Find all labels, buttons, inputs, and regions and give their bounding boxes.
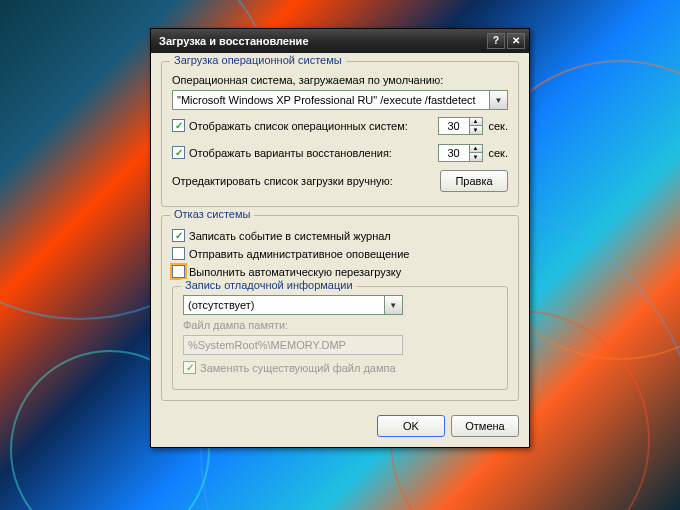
auto-restart-checkbox[interactable]	[172, 265, 185, 278]
spinner-up-icon[interactable]: ▲	[470, 144, 483, 153]
dump-file-input	[183, 335, 403, 355]
failure-legend: Отказ системы	[170, 208, 254, 220]
os-list-seconds-input[interactable]	[438, 117, 470, 135]
edit-boot-label: Отредактировать список загрузки вручную:	[172, 175, 393, 187]
dump-file-label: Файл дампа памяти:	[183, 319, 497, 331]
help-button[interactable]: ?	[487, 33, 505, 49]
dropdown-arrow-icon[interactable]: ▼	[490, 90, 508, 110]
startup-group: Загрузка операционной системы Операционн…	[161, 61, 519, 207]
window-title: Загрузка и восстановление	[159, 35, 485, 47]
show-os-list-label: Отображать список операционных систем:	[189, 120, 408, 132]
default-os-combo[interactable]: ▼	[172, 90, 508, 110]
write-event-checkbox[interactable]	[172, 229, 185, 242]
show-recovery-checkbox[interactable]	[172, 146, 185, 159]
overwrite-dump-checkbox	[183, 361, 196, 374]
cancel-button[interactable]: Отмена	[451, 415, 519, 437]
recovery-seconds-input[interactable]	[438, 144, 470, 162]
admin-alert-checkbox[interactable]	[172, 247, 185, 260]
default-os-value[interactable]	[172, 90, 490, 110]
admin-alert-label: Отправить административное оповещение	[189, 248, 409, 260]
debug-type-value[interactable]	[183, 295, 385, 315]
os-list-seconds-spinner[interactable]: ▲ ▼	[438, 117, 483, 135]
dialog-footer: OK Отмена	[161, 409, 519, 437]
titlebar[interactable]: Загрузка и восстановление ? ✕	[151, 29, 529, 53]
dialog-body: Загрузка операционной системы Операционн…	[151, 53, 529, 447]
failure-group: Отказ системы Записать событие в системн…	[161, 215, 519, 401]
seconds-unit-2: сек.	[489, 147, 509, 159]
overwrite-dump-label: Заменять существующий файл дампа	[200, 362, 396, 374]
debug-legend: Запись отладочной информации	[181, 279, 357, 291]
spinner-up-icon[interactable]: ▲	[470, 117, 483, 126]
ok-button[interactable]: OK	[377, 415, 445, 437]
spinner-down-icon[interactable]: ▼	[470, 152, 483, 162]
debug-type-combo[interactable]: ▼	[183, 295, 403, 315]
recovery-seconds-spinner[interactable]: ▲ ▼	[438, 144, 483, 162]
default-os-label: Операционная система, загружаемая по умо…	[172, 74, 508, 86]
edit-boot-button[interactable]: Правка	[440, 170, 508, 192]
debug-group: Запись отладочной информации ▼ Файл дамп…	[172, 286, 508, 390]
show-os-list-checkbox[interactable]	[172, 119, 185, 132]
write-event-label: Записать событие в системный журнал	[189, 230, 391, 242]
seconds-unit-1: сек.	[489, 120, 509, 132]
startup-recovery-dialog: Загрузка и восстановление ? ✕ Загрузка о…	[150, 28, 530, 448]
show-recovery-label: Отображать варианты восстановления:	[189, 147, 392, 159]
spinner-down-icon[interactable]: ▼	[470, 125, 483, 135]
auto-restart-label: Выполнить автоматическую перезагрузку	[189, 266, 401, 278]
dropdown-arrow-icon[interactable]: ▼	[385, 295, 403, 315]
startup-legend: Загрузка операционной системы	[170, 54, 346, 66]
close-button[interactable]: ✕	[507, 33, 525, 49]
